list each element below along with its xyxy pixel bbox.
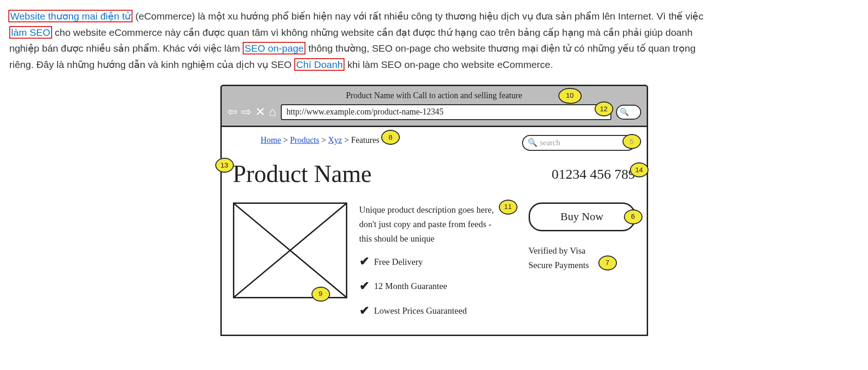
feature-text: Lowest Prices Guaranteed — [374, 303, 467, 318]
search-placeholder: search — [540, 136, 560, 149]
feature-text: Free Delivery — [374, 255, 423, 269]
link-lam-seo[interactable]: làm SEO — [9, 26, 52, 39]
browser-chrome: Product Name with Call to action and sel… — [220, 85, 648, 128]
callout-14: 14 — [630, 162, 649, 177]
article-text-1: (eCommerce) là một xu hướng phổ biến hiệ… — [133, 11, 703, 21]
search-icon: 🔍 — [528, 136, 537, 149]
feature-text: 12 Month Guarantee — [374, 279, 447, 293]
url-text: http://www.example.com/product-name-1234… — [286, 105, 444, 119]
breadcrumb-home[interactable]: Home — [261, 135, 281, 145]
product-image-placeholder: 9 — [233, 202, 347, 298]
product-title: 13 Product Name — [233, 154, 372, 194]
article-paragraph: Website thương mai điện tử (eCommerce) l… — [9, 8, 716, 73]
stop-icon[interactable]: ✕ — [255, 106, 265, 118]
callout-13: 13 — [215, 158, 234, 173]
article-text-4: khi làm SEO on-page cho website eCommerc… — [345, 59, 553, 70]
breadcrumb-sep: > — [344, 135, 349, 145]
product-title-text: Product Name — [233, 161, 372, 187]
breadcrumb-features: Features — [351, 135, 379, 145]
feature-item: ✔Free Delivery — [359, 252, 517, 272]
search-input[interactable]: 🔍 search 5 — [522, 135, 636, 151]
breadcrumb-products[interactable]: Products — [290, 135, 319, 145]
check-icon: ✔ — [359, 301, 370, 321]
breadcrumb-xyz[interactable]: Xyz — [328, 135, 342, 145]
callout-6: 6 — [624, 209, 643, 224]
callout-12: 12 — [595, 101, 613, 116]
back-icon[interactable]: ⇦ — [227, 106, 238, 118]
link-seo-on-page[interactable]: SEO on-page — [243, 42, 305, 54]
url-bar[interactable]: http://www.example.com/product-name-1234… — [281, 104, 611, 120]
callout-8: 8 — [381, 130, 400, 145]
callout-7: 7 — [598, 256, 617, 270]
product-description: Unique product description goes here, do… — [359, 202, 504, 246]
callout-9: 9 — [311, 287, 330, 302]
feature-item: ✔Lowest Prices Guaranteed — [359, 301, 517, 321]
buy-now-label: Buy Now — [560, 208, 603, 226]
verify-line-1: Verified by Visa — [529, 243, 636, 258]
callout-5: 5 — [623, 134, 641, 149]
check-icon: ✔ — [359, 276, 370, 296]
callout-11: 11 — [499, 200, 517, 215]
page-body: Home > Products > Xyz > Features 8 🔍 sea… — [220, 127, 648, 336]
callout-10: 10 — [558, 88, 582, 104]
browser-nav-icons: ⇦ ⇨ ✕ ⌂ — [227, 106, 277, 118]
breadcrumb-sep: > — [321, 135, 326, 145]
feature-item: ✔12 Month Guarantee — [359, 276, 517, 296]
verify-line-2: Secure Payments — [529, 258, 636, 272]
description-column: Unique product description goes here, do… — [359, 202, 517, 326]
forward-icon[interactable]: ⇨ — [241, 106, 252, 118]
payment-trust: Verified by Visa Secure Payments 7 — [529, 243, 636, 273]
link-ecommerce-website[interactable]: Website thương mai điện tử — [8, 10, 133, 22]
breadcrumb: Home > Products > Xyz > Features 8 — [261, 134, 379, 148]
check-icon: ✔ — [359, 252, 370, 272]
phone-text: 01234 456 789 — [552, 166, 636, 182]
breadcrumb-sep: > — [283, 135, 288, 145]
right-column: Buy Now 6 Verified by Visa Secure Paymen… — [529, 202, 636, 326]
link-chi-doanh[interactable]: Chí Doanh — [294, 58, 345, 71]
buy-now-button[interactable]: Buy Now 6 — [529, 202, 636, 231]
browser-search-icon[interactable]: 🔍 — [616, 105, 641, 120]
wireframe-mockup: Product Name with Call to action and sel… — [220, 85, 648, 336]
home-icon[interactable]: ⌂ — [269, 106, 277, 118]
phone-number: 01234 456 789 14 — [552, 162, 636, 186]
